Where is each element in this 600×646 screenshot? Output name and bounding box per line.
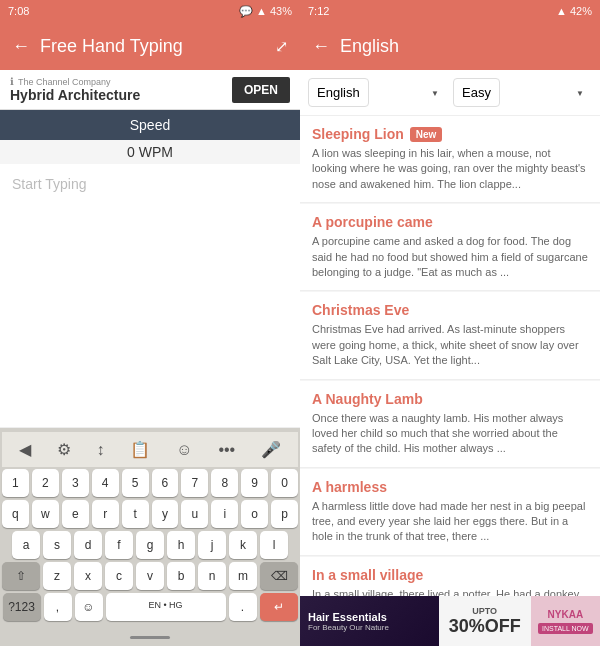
- key-1[interactable]: 1: [2, 469, 29, 497]
- toolbar-more-key[interactable]: •••: [212, 439, 241, 461]
- key-p[interactable]: p: [271, 500, 298, 528]
- ad-banner: ℹ The Channel Company Hybrid Architectur…: [0, 70, 300, 110]
- difficulty-select-wrapper: Easy: [453, 78, 592, 107]
- key-t[interactable]: t: [122, 500, 149, 528]
- key-a[interactable]: a: [12, 531, 40, 559]
- typing-placeholder: Start Typing: [12, 176, 86, 192]
- key-q[interactable]: q: [2, 500, 29, 528]
- key-0[interactable]: 0: [271, 469, 298, 497]
- app-header-right: ← English: [300, 22, 600, 70]
- period-key[interactable]: .: [229, 593, 257, 621]
- zxcv-row: ⇧ z x c v b n m ⌫: [2, 562, 298, 590]
- key-w[interactable]: w: [32, 500, 59, 528]
- key-9[interactable]: 9: [241, 469, 268, 497]
- toolbar-back-key[interactable]: ◀: [13, 438, 37, 461]
- toolbar-mic-key[interactable]: 🎤: [255, 438, 287, 461]
- wpm-display: 0 WPM: [0, 140, 300, 164]
- key-f[interactable]: f: [105, 531, 133, 559]
- backspace-key[interactable]: ⌫: [260, 562, 298, 590]
- info-icon: ℹ: [10, 76, 14, 87]
- key-n[interactable]: n: [198, 562, 226, 590]
- ad-company: The Channel Company: [18, 77, 111, 87]
- list-item[interactable]: A porcupine cameA porcupine came and ask…: [300, 204, 600, 291]
- key-x[interactable]: x: [74, 562, 102, 590]
- list-item[interactable]: Sleeping LionNewA lion was sleeping in h…: [300, 116, 600, 203]
- ad-install-button[interactable]: INSTALL NOW: [538, 623, 593, 634]
- list-item[interactable]: A harmlessA harmless little dove had mad…: [300, 469, 600, 556]
- toolbar-clipboard-key[interactable]: 📋: [124, 438, 156, 461]
- ad-discount-section: UPTO 30%OFF: [439, 596, 531, 646]
- right-panel: 7:12 ▲ 42% ← English English Easy Sleepi…: [300, 0, 600, 646]
- enter-key[interactable]: ↵: [260, 593, 298, 621]
- shift-key[interactable]: ⇧: [2, 562, 40, 590]
- share-icon[interactable]: ⤢: [275, 37, 288, 56]
- app-title-right: English: [340, 36, 399, 57]
- list-item[interactable]: In a small villageIn a small village, th…: [300, 557, 600, 596]
- language-select-wrapper: English: [308, 78, 447, 107]
- story-title: In a small village: [312, 567, 423, 583]
- asdf-row: a s d f g h j k l: [2, 531, 298, 559]
- key-4[interactable]: 4: [92, 469, 119, 497]
- key-y[interactable]: y: [152, 500, 179, 528]
- story-title: Christmas Eve: [312, 302, 409, 318]
- key-r[interactable]: r: [92, 500, 119, 528]
- key-6[interactable]: 6: [152, 469, 179, 497]
- status-icons-right: ▲ 42%: [556, 5, 592, 17]
- key-s[interactable]: s: [43, 531, 71, 559]
- story-title: A porcupine came: [312, 214, 433, 230]
- key-8[interactable]: 8: [211, 469, 238, 497]
- speed-section: Speed: [0, 110, 300, 140]
- wifi-icon-right: ▲: [556, 5, 567, 17]
- story-preview: A harmless little dove had made her nest…: [312, 499, 588, 545]
- space-key[interactable]: EN • HG: [106, 593, 226, 621]
- difficulty-select[interactable]: Easy: [453, 78, 500, 107]
- app-title-left: Free Hand Typing: [40, 36, 265, 57]
- ad-open-button[interactable]: OPEN: [232, 77, 290, 103]
- symbols-key[interactable]: ?123: [3, 593, 41, 621]
- list-item[interactable]: Christmas EveChristmas Eve had arrived. …: [300, 292, 600, 379]
- bottom-nav-left: [0, 628, 300, 646]
- app-header-left: ← Free Hand Typing ⤢: [0, 22, 300, 70]
- key-i[interactable]: i: [211, 500, 238, 528]
- comma-key[interactable]: ,: [44, 593, 72, 621]
- key-o[interactable]: o: [241, 500, 268, 528]
- emoji-key[interactable]: ☺: [75, 593, 103, 621]
- story-preview: Once there was a naughty lamb. His mothe…: [312, 411, 588, 457]
- typing-area[interactable]: Start Typing: [0, 164, 300, 428]
- key-m[interactable]: m: [229, 562, 257, 590]
- speed-label: Speed: [130, 117, 170, 133]
- back-button-left[interactable]: ←: [12, 36, 30, 57]
- key-v[interactable]: v: [136, 562, 164, 590]
- battery-right: 42%: [570, 5, 592, 17]
- key-d[interactable]: d: [74, 531, 102, 559]
- ad-upto-text: UPTO: [472, 606, 497, 616]
- language-select[interactable]: English: [308, 78, 369, 107]
- key-j[interactable]: j: [198, 531, 226, 559]
- list-item[interactable]: A Naughty LambOnce there was a naughty l…: [300, 381, 600, 468]
- status-icons-left: 💬 ▲ 43%: [239, 5, 292, 18]
- key-u[interactable]: u: [181, 500, 208, 528]
- key-z[interactable]: z: [43, 562, 71, 590]
- key-g[interactable]: g: [136, 531, 164, 559]
- toolbar-settings-key[interactable]: ⚙: [51, 438, 77, 461]
- story-preview: A lion was sleeping in his lair, when a …: [312, 146, 588, 192]
- key-h[interactable]: h: [167, 531, 195, 559]
- ad-banner-bottom[interactable]: Hair Essentials For Beauty Our Nature UP…: [300, 596, 600, 646]
- key-e[interactable]: e: [62, 500, 89, 528]
- back-button-right[interactable]: ←: [312, 36, 330, 57]
- ad-title: Hybrid Architecture: [10, 87, 140, 103]
- ad-discount-value: 30%OFF: [449, 616, 521, 637]
- story-preview: In a small village, there lived a potter…: [312, 587, 588, 596]
- key-c[interactable]: c: [105, 562, 133, 590]
- toolbar-cursor-key[interactable]: ↕: [91, 439, 111, 461]
- key-2[interactable]: 2: [32, 469, 59, 497]
- key-l[interactable]: l: [260, 531, 288, 559]
- key-5[interactable]: 5: [122, 469, 149, 497]
- nav-indicator: [130, 636, 170, 639]
- key-k[interactable]: k: [229, 531, 257, 559]
- toolbar-emoji-key[interactable]: ☺: [170, 439, 198, 461]
- status-bar-right: 7:12 ▲ 42%: [300, 0, 600, 22]
- key-b[interactable]: b: [167, 562, 195, 590]
- key-7[interactable]: 7: [181, 469, 208, 497]
- key-3[interactable]: 3: [62, 469, 89, 497]
